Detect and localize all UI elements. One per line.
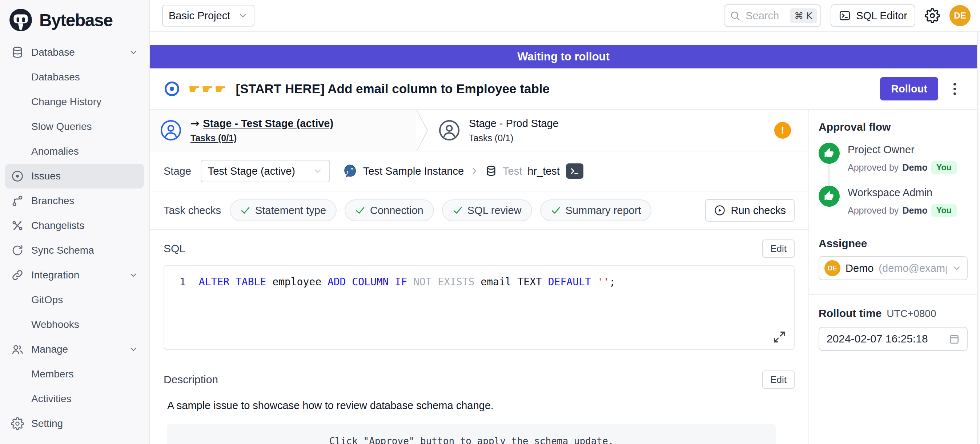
stage-card-prod[interactable]: Stage - Prod Stage Tasks (0/1) ! xyxy=(428,110,808,151)
sidebar-item-manage[interactable]: Manage xyxy=(5,337,144,362)
stage-select-value: Test Stage (active) xyxy=(208,165,295,177)
sidebar-nav: Database Databases Change History Slow Q… xyxy=(0,37,149,436)
topbar: Basic Project ⌘ K SQL Editor DE xyxy=(150,0,980,32)
users-icon xyxy=(11,343,24,356)
sidebar-item-changelists[interactable]: Changelists xyxy=(5,213,144,238)
calendar-icon[interactable] xyxy=(948,333,960,345)
rollout-time-input[interactable] xyxy=(826,332,944,345)
logo[interactable]: Bytebase xyxy=(0,0,149,37)
line-number: 1 xyxy=(180,276,186,288)
database-name-link[interactable]: hr_test xyxy=(527,165,560,177)
user-avatar[interactable]: DE xyxy=(950,5,970,26)
you-badge: You xyxy=(931,204,957,217)
sidebar-item-sync-schema[interactable]: Sync Schema xyxy=(5,238,144,263)
sidebar-item-activities[interactable]: Activities xyxy=(5,387,144,411)
kebab-menu-icon[interactable] xyxy=(951,80,959,98)
expand-icon[interactable] xyxy=(773,331,786,343)
check-pill-connection[interactable]: Connection xyxy=(345,200,434,221)
center-column: →Stage - Test Stage (active) Tasks (0/1) xyxy=(150,110,808,444)
check-icon xyxy=(355,205,365,216)
check-icon xyxy=(551,205,561,216)
sidebar-item-integration[interactable]: Integration xyxy=(5,263,144,287)
sidebar-item-gitops[interactable]: GitOps xyxy=(5,287,144,312)
sql-header: SQL Edit xyxy=(164,240,795,258)
sql-section: SQL Edit 1ALTER TABLE employee ADD COLUM… xyxy=(150,230,808,350)
description-edit-button[interactable]: Edit xyxy=(762,371,795,389)
sidebar: Bytebase Database Databases Change Histo… xyxy=(0,0,150,444)
rollout-time-field[interactable] xyxy=(819,327,968,351)
stage-flow: →Stage - Test Stage (active) Tasks (0/1) xyxy=(150,110,808,152)
link-icon xyxy=(11,268,24,282)
check-pill-label: SQL review xyxy=(468,204,522,217)
chevron-down-icon xyxy=(129,345,138,354)
sidebar-item-branches[interactable]: Branches xyxy=(5,188,144,213)
thumbs-up-icon xyxy=(819,185,840,207)
instance-name-link[interactable]: Test Sample Instance xyxy=(363,165,464,177)
sidebar-item-setting[interactable]: Setting xyxy=(5,411,144,436)
approval-role: Project Owner xyxy=(848,144,957,156)
stage-name-link[interactable]: Stage - Test Stage (active) xyxy=(203,118,333,129)
check-pill-sql-review[interactable]: SQL review xyxy=(442,200,532,221)
database-cylinder-icon xyxy=(485,165,497,177)
open-sql-editor-chip[interactable] xyxy=(566,163,584,179)
sidebar-item-webhooks[interactable]: Webhooks xyxy=(5,312,144,337)
search-box[interactable]: ⌘ K xyxy=(724,4,821,27)
sync-icon xyxy=(11,244,24,257)
sql-heading: SQL xyxy=(164,243,185,255)
description-header: Description Edit xyxy=(164,371,795,389)
sidebar-item-label: Webhooks xyxy=(31,319,79,331)
project-select[interactable]: Basic Project xyxy=(162,5,255,27)
sidebar-item-databases[interactable]: Databases xyxy=(5,65,144,89)
sidebar-item-change-history[interactable]: Change History xyxy=(5,89,144,114)
approved-by-label: Approved by xyxy=(848,162,899,173)
sidebar-item-slow-queries[interactable]: Slow Queries xyxy=(5,114,144,139)
sidebar-item-label: Members xyxy=(31,368,74,380)
scrollbar-gutter[interactable] xyxy=(977,32,980,444)
settings-gear-icon[interactable] xyxy=(925,8,940,23)
sidebar-item-label: Databases xyxy=(31,71,80,83)
main-area: Basic Project ⌘ K SQL Editor DE Waiting … xyxy=(150,0,980,444)
environment-label: Test xyxy=(503,165,522,177)
stage-text: →Stage - Test Stage (active) Tasks (0/1) xyxy=(191,117,333,144)
sidebar-item-anomalies[interactable]: Anomalies xyxy=(5,139,144,164)
sidebar-item-issues[interactable]: Issues xyxy=(5,164,144,188)
database-breadcrumb: Test Sample Instance Test hr_test xyxy=(342,163,584,179)
pointer-emojis: ☛☛☛ xyxy=(188,81,228,97)
stage-person-icon xyxy=(160,119,182,141)
rollout-button[interactable]: Rollout xyxy=(880,77,938,101)
stage-card-test[interactable]: →Stage - Test Stage (active) Tasks (0/1) xyxy=(150,110,416,151)
sql-token: ALTER TABLE xyxy=(199,276,266,288)
sql-token: ; xyxy=(609,276,616,288)
sql-token: DEFAULT xyxy=(548,276,591,288)
assignee-select[interactable]: DE Demo (demo@example xyxy=(819,256,968,280)
issue-title: [START HERE] Add email column to Employe… xyxy=(236,81,550,96)
sql-editor-button[interactable]: SQL Editor xyxy=(830,4,915,27)
sql-editor[interactable]: 1ALTER TABLE employee ADD COLUMN IF NOT … xyxy=(164,265,795,350)
sql-token: email TEXT xyxy=(474,276,548,288)
approver-name: Demo xyxy=(902,205,927,216)
description-heading: Description xyxy=(164,374,218,386)
check-pill-statement-type[interactable]: Statement type xyxy=(230,200,337,221)
sidebar-item-label: Integration xyxy=(31,269,79,281)
approval-role: Workspace Admin xyxy=(848,187,957,199)
check-icon xyxy=(240,205,250,216)
sql-edit-button[interactable]: Edit xyxy=(762,240,795,258)
stage-select[interactable]: Test Stage (active) xyxy=(200,160,330,182)
stage-tasks-link[interactable]: Tasks (0/1) xyxy=(191,133,333,144)
search-input[interactable] xyxy=(745,10,786,22)
chevron-down-icon xyxy=(238,11,248,21)
database-icon xyxy=(11,46,24,59)
sql-code-line: 1ALTER TABLE employee ADD COLUMN IF NOT … xyxy=(164,266,794,288)
play-circle-icon xyxy=(714,204,725,216)
sidebar-item-members[interactable]: Members xyxy=(5,362,144,387)
rollout-time-label-row: Rollout time UTC+0800 xyxy=(819,307,968,319)
approver-name: Demo xyxy=(902,162,927,173)
sidebar-item-database[interactable]: Database xyxy=(5,40,144,65)
run-checks-button[interactable]: Run checks xyxy=(705,199,795,222)
sidebar-item-label: Issues xyxy=(31,170,61,182)
check-pill-summary-report[interactable]: Summary report xyxy=(540,200,652,221)
stage-label: Stage xyxy=(164,165,191,177)
approval-step-workspace-admin: Workspace Admin Approved by Demo You xyxy=(819,185,968,228)
sql-token: ADD COLUMN IF xyxy=(328,276,407,288)
sidebar-item-label: GitOps xyxy=(31,294,63,306)
